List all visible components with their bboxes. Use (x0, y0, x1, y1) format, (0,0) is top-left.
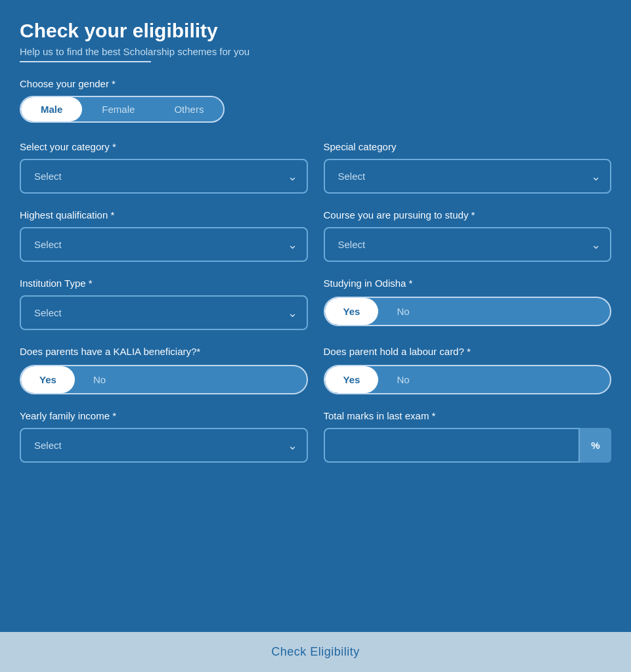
qualification-select-wrapper: Select ⌄ (20, 227, 308, 262)
page-subtitle: Help us to find the best Scholarship sch… (20, 46, 611, 57)
labour-card-label: Does parent hold a labour card? * (324, 346, 612, 357)
kalia-toggle: Yes No (20, 365, 308, 394)
qualification-row: Highest qualification * Select ⌄ Course … (20, 209, 611, 262)
marks-input-wrapper: % (324, 428, 612, 463)
check-eligibility-button[interactable]: Check Eligibility (271, 645, 360, 659)
check-eligibility-bar: Check Eligibility (0, 632, 631, 672)
kalia-group: Does parents have a KALIA beneficiary?* … (20, 346, 308, 394)
income-label: Yearly family income * (20, 410, 308, 421)
kalia-yes-button[interactable]: Yes (21, 366, 75, 393)
course-select-wrapper: Select ⌄ (324, 227, 612, 262)
special-category-select-wrapper: Select ⌄ (324, 159, 612, 194)
qualification-group: Highest qualification * Select ⌄ (20, 209, 308, 262)
gender-label: Choose your gender * (20, 78, 611, 89)
category-row: Select your category * Select ⌄ Special … (20, 141, 611, 194)
course-group: Course you are pursuing to study * Selec… (324, 209, 612, 262)
gender-toggle: Male Female Others (20, 96, 225, 123)
special-category-select[interactable]: Select (324, 159, 612, 194)
title-divider (20, 61, 151, 62)
kalia-row: Does parents have a KALIA beneficiary?* … (20, 346, 611, 394)
labour-card-yes-button[interactable]: Yes (325, 366, 379, 393)
labour-card-group: Does parent hold a labour card? * Yes No (324, 346, 612, 394)
category-select[interactable]: Select (20, 159, 308, 194)
institution-select-wrapper: Select ⌄ (20, 295, 308, 330)
studying-odisha-group: Studying in Odisha * Yes No (324, 278, 612, 330)
marks-suffix: % (578, 428, 611, 463)
income-group: Yearly family income * Select ⌄ (20, 410, 308, 463)
kalia-label: Does parents have a KALIA beneficiary?* (20, 346, 308, 357)
category-select-wrapper: Select ⌄ (20, 159, 308, 194)
institution-row: Institution Type * Select ⌄ Studying in … (20, 278, 611, 330)
special-category-group: Special category Select ⌄ (324, 141, 612, 194)
studying-odisha-no-button[interactable]: No (378, 298, 427, 325)
marks-group: Total marks in last exam * % (324, 410, 612, 463)
institution-group: Institution Type * Select ⌄ (20, 278, 308, 330)
income-marks-row: Yearly family income * Select ⌄ Total ma… (20, 410, 611, 463)
studying-odisha-yes-button[interactable]: Yes (325, 298, 379, 325)
labour-card-no-button[interactable]: No (378, 366, 427, 393)
gender-others-button[interactable]: Others (154, 97, 223, 121)
category-group: Select your category * Select ⌄ (20, 141, 308, 194)
labour-card-toggle: Yes No (324, 365, 612, 394)
institution-select[interactable]: Select (20, 295, 308, 330)
institution-label: Institution Type * (20, 278, 308, 289)
course-select[interactable]: Select (324, 227, 612, 262)
gender-female-button[interactable]: Female (82, 97, 154, 121)
course-label: Course you are pursuing to study * (324, 209, 612, 220)
qualification-label: Highest qualification * (20, 209, 308, 220)
page-title: Check your eligibility (20, 20, 611, 42)
category-label: Select your category * (20, 141, 308, 152)
special-category-label: Special category (324, 141, 612, 152)
gender-male-button[interactable]: Male (21, 97, 82, 121)
studying-odisha-toggle: Yes No (324, 297, 612, 326)
income-select-wrapper: Select ⌄ (20, 428, 308, 463)
kalia-no-button[interactable]: No (75, 366, 124, 393)
marks-label: Total marks in last exam * (324, 410, 612, 421)
qualification-select[interactable]: Select (20, 227, 308, 262)
income-select[interactable]: Select (20, 428, 308, 463)
marks-input[interactable] (324, 428, 612, 463)
studying-odisha-label: Studying in Odisha * (324, 278, 612, 289)
